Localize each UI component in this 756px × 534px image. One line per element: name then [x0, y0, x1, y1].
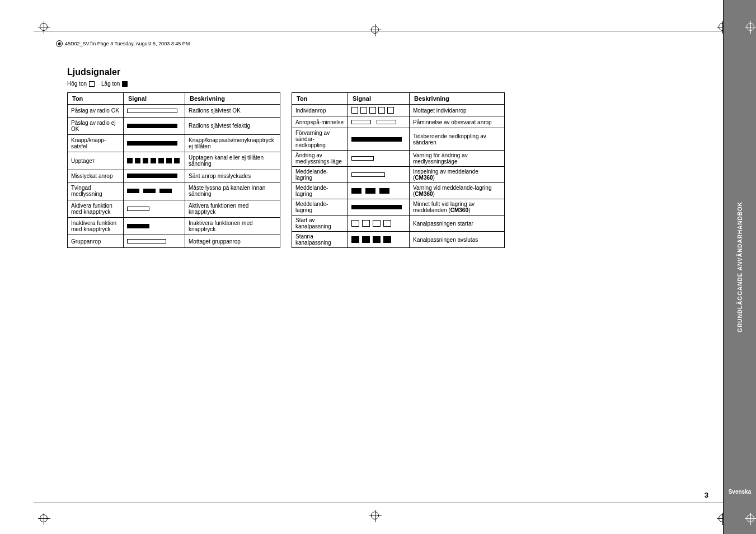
signal-pattern	[127, 157, 181, 165]
left-th-beskrivning: Beskrivning	[185, 93, 280, 105]
legend-low: Låg ton	[101, 81, 128, 87]
signal-pattern	[351, 118, 406, 126]
signal-pattern	[351, 106, 406, 114]
signal-cell	[124, 182, 185, 200]
sig-block	[362, 236, 370, 243]
signal-bar-filled	[127, 141, 177, 146]
signal-cell	[348, 199, 410, 216]
table-row: Meddelande-lagring Inspelning av meddela…	[292, 167, 505, 183]
sig-block	[174, 158, 180, 163]
ton-cell: Ändring av medlyssnings-läge	[292, 151, 348, 167]
table-row: Meddelande-lagring Minnet fullt vid lagr…	[292, 199, 505, 216]
legend-high-label: Hög ton	[67, 81, 87, 87]
ton-cell: Meddelande-lagring	[292, 199, 348, 216]
file-icon: ⊕	[56, 40, 63, 47]
signal-pattern	[127, 172, 181, 180]
signal-bar-empty	[127, 207, 149, 211]
ton-cell: Anropspå-minnelse	[292, 116, 348, 128]
side-tab-text: GRUNDLÄGGANDE ANVÄNDARHANDBOK	[737, 202, 743, 332]
table-row: Anropspå-minnelse Påminnelse av obesvara…	[292, 116, 505, 128]
beskrivning-cell: Kanalpassningen startar	[410, 216, 505, 232]
sig-block	[135, 158, 140, 163]
sig-block	[377, 120, 396, 124]
page-number: 3	[705, 491, 708, 499]
signal-pattern	[127, 222, 181, 230]
ton-cell: Stanna kanalpassning	[292, 232, 348, 248]
right-th-ton: Ton	[292, 93, 348, 105]
signal-cell	[348, 167, 410, 183]
signal-bar-empty	[351, 156, 374, 161]
legend: Hög ton Låg ton	[67, 81, 711, 87]
signal-pattern	[351, 135, 406, 143]
sig-block	[383, 236, 391, 243]
table-row: Start av kanalpassning Kanalpassninge	[292, 216, 505, 232]
signal-cell	[348, 216, 410, 232]
signal-bar-empty	[351, 172, 385, 177]
beskrivning-cell: Måste lyssna på kanalen innan sändning	[185, 182, 280, 200]
beskrivning-cell: Mottaget gruppanrop	[185, 235, 280, 248]
sig-block	[379, 188, 389, 194]
ton-cell: Gruppanrop	[68, 235, 124, 248]
sig-block	[151, 158, 156, 163]
table-row: Påslag av radio OK Radions självtest OK	[68, 105, 280, 118]
signal-bar-filled	[351, 205, 402, 209]
right-table: Ton Signal Beskrivning Individanrop	[292, 92, 505, 248]
signal-cell	[348, 232, 410, 248]
signal-cell	[124, 200, 185, 217]
signal-pattern	[351, 236, 406, 243]
signal-bar-empty	[127, 239, 166, 243]
file-info-text: 45D02_SV.fm Page 3 Tuesday, August 5, 20…	[65, 41, 190, 46]
ton-cell: Tvingad medlyssning	[68, 182, 124, 200]
sig-block	[373, 220, 381, 227]
signal-pattern	[351, 187, 406, 195]
sig-block	[351, 120, 371, 124]
legend-low-label: Låg ton	[101, 81, 120, 87]
sig-block	[387, 107, 394, 114]
signal-cell	[348, 183, 410, 199]
side-tab: GRUNDLÄGGANDE ANVÄNDARHANDBOK	[724, 0, 756, 534]
signal-pattern	[351, 219, 406, 227]
ton-cell: Påslag av radio OK	[68, 105, 124, 118]
signal-pattern	[127, 237, 181, 245]
sig-block	[373, 236, 381, 243]
beskrivning-cell: Aktivera funktionen med knapptryck	[185, 200, 280, 217]
ton-cell: Knapp/knapp-satsfel	[68, 134, 124, 152]
sig-block	[351, 220, 359, 227]
tables-container: Ton Signal Beskrivning Påslag av radio O…	[67, 92, 711, 248]
sig-block	[143, 189, 156, 193]
signal-pattern	[351, 154, 406, 162]
sig-block	[365, 188, 375, 194]
ton-cell: Meddelande-lagring	[292, 183, 348, 199]
table-row: Gruppanrop Mottaget gruppanrop	[68, 235, 280, 248]
signal-cell	[348, 151, 410, 167]
table-row: Ändring av medlyssnings-läge Varning för…	[292, 151, 505, 167]
signal-cell	[124, 105, 185, 118]
signal-bar-filled	[127, 174, 177, 178]
sig-block	[360, 107, 367, 114]
sig-block	[351, 236, 359, 243]
table-row: Inaktivera funktion med knapptryck Inakt…	[68, 217, 280, 235]
ton-cell: Aktivera funktion med knapptryck	[68, 200, 124, 217]
ton-cell: Upptagет	[68, 152, 124, 170]
left-table: Ton Signal Beskrivning Påslag av radio O…	[67, 92, 280, 248]
ton-cell: Inaktivera funktion med knapptryck	[68, 217, 124, 235]
signal-pattern	[127, 205, 181, 213]
ton-cell: Misslyckat anrop	[68, 170, 124, 182]
beskrivning-cell: Upptagen kanal eller ej tillåten sändnin…	[185, 152, 280, 170]
main-content: Ljudsignaler Hög ton Låg ton Ton Signal …	[67, 67, 711, 248]
signal-cell	[124, 170, 185, 182]
signal-cell	[124, 152, 185, 170]
table-row: Individanrop	[292, 105, 505, 116]
ton-cell: Meddelande-lagring	[292, 167, 348, 183]
table-row: Misslyckat anrop Sänt anrop misslyckades	[68, 170, 280, 182]
svenska-label: Svenska	[724, 485, 756, 498]
sig-block	[378, 107, 385, 114]
sig-block	[143, 158, 148, 163]
ton-cell: Individanrop	[292, 105, 348, 116]
table-row: Förvarning av sändar-nedkoppling Tidsber…	[292, 128, 505, 151]
page-title: Ljudsignaler	[67, 67, 711, 77]
beskrivning-cell: Knapp/knappsats/menyknapptryck ej tillåt…	[185, 134, 280, 152]
beskrivning-cell: Radions självtest felaktig	[185, 117, 280, 134]
beskrivning-cell: Inaktivera funktionen med knapptryck	[185, 217, 280, 235]
sig-block	[362, 220, 370, 227]
